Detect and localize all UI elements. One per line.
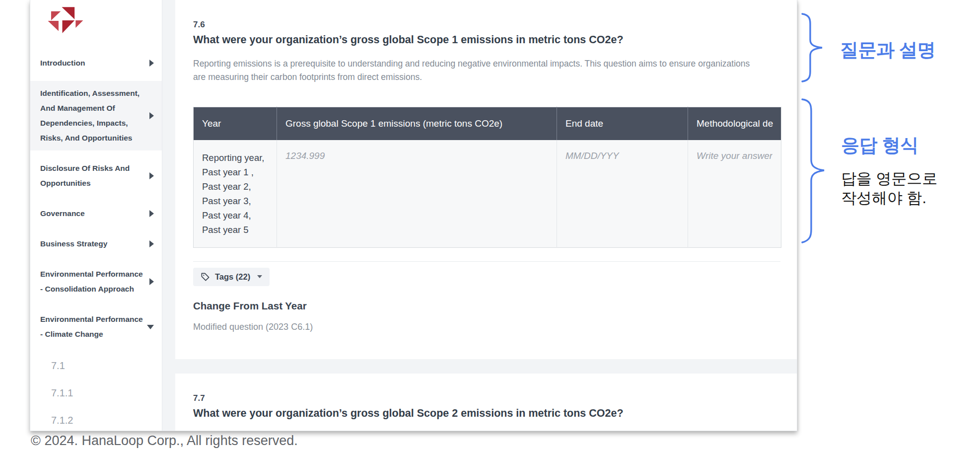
logo-container	[30, 4, 162, 44]
sidebar-item-label: Identification, Assessment, And Manageme…	[40, 86, 144, 146]
sidebar-item-label: Environmental Performance - Consolidatio…	[40, 267, 144, 297]
sidebar-item-introduction[interactable]: Introduction	[30, 51, 162, 75]
emissions-cell	[277, 140, 557, 248]
sidebar-item-label: Environmental Performance - Climate Chan…	[40, 312, 144, 342]
annotation-format-label: 응답 형식	[841, 133, 918, 158]
sidebar-item-governance[interactable]: Governance	[30, 201, 162, 226]
column-header-methodological-details: Methodological de	[688, 107, 781, 140]
sidebar-item-label: Governance	[40, 206, 85, 221]
year-options-list: Reporting year, Past year 1 , Past year …	[202, 150, 268, 237]
caret-down-icon	[257, 275, 262, 278]
tag-icon	[201, 272, 210, 282]
hanaloop-logo	[44, 6, 88, 35]
question-title: What were your organization’s gross glob…	[193, 34, 781, 46]
change-from-last-year-heading: Change From Last Year	[193, 300, 781, 312]
sidebar-nav: Introduction Identification, Assessment,…	[30, 51, 162, 431]
questionnaire-app-screenshot: Introduction Identification, Assessment,…	[30, 0, 797, 431]
chevron-down-icon	[147, 325, 154, 329]
table-row: Reporting year, Past year 1 , Past year …	[194, 140, 781, 248]
methodological-details-input[interactable]	[697, 150, 772, 161]
sidebar: Introduction Identification, Assessment,…	[30, 0, 162, 431]
question-number: 7.7	[193, 393, 781, 403]
sidebar-item-env-climate-change[interactable]: Environmental Performance - Climate Chan…	[30, 307, 162, 347]
card-gap	[175, 359, 797, 374]
main-content: 7.6 What were your organization’s gross …	[162, 0, 797, 431]
chevron-right-icon	[149, 210, 154, 217]
column-header-end-date: End date	[557, 107, 688, 140]
annotation-brace-question	[799, 12, 825, 83]
sidebar-item-label: Business Strategy	[40, 236, 107, 251]
annotation-question-label: 질문과 설명	[840, 38, 935, 63]
end-date-input[interactable]	[565, 150, 679, 161]
annotation-format-note: 답을 영문으로 작성해야 함.	[841, 169, 938, 208]
sidebar-item-disclosure[interactable]: Disclosure Of Risks And Opportunities	[30, 156, 162, 196]
sidebar-subitem-7-1-2[interactable]: 7.1.2	[30, 407, 162, 431]
copyright-text: © 2024. HanaLoop Corp., All rights reser…	[31, 433, 298, 449]
sidebar-item-label: Disclosure Of Risks And Opportunities	[40, 161, 144, 191]
sidebar-subitem-7-1[interactable]: 7.1	[30, 352, 162, 379]
sidebar-item-identification[interactable]: Identification, Assessment, And Manageme…	[30, 81, 162, 150]
sidebar-subitem-7-1-1[interactable]: 7.1.1	[30, 379, 162, 407]
sidebar-item-env-consolidation[interactable]: Environmental Performance - Consolidatio…	[30, 262, 162, 301]
details-cell	[688, 140, 781, 248]
table-header-row: Year Gross global Scope 1 emissions (met…	[194, 107, 781, 140]
end-date-cell	[557, 140, 688, 248]
column-header-year: Year	[194, 107, 277, 140]
annotation-brace-format	[799, 97, 827, 244]
sidebar-item-label: Introduction	[40, 56, 85, 71]
chevron-right-icon	[149, 112, 154, 119]
section-divider	[193, 261, 780, 262]
question-description: Reporting emissions is a prerequisite to…	[193, 57, 764, 84]
chevron-right-icon	[149, 60, 154, 67]
answer-table: Year Gross global Scope 1 emissions (met…	[193, 107, 781, 248]
chevron-right-icon	[149, 240, 154, 247]
year-options-cell[interactable]: Reporting year, Past year 1 , Past year …	[194, 140, 277, 248]
chevron-right-icon	[149, 172, 154, 179]
tags-button-label: Tags (22)	[215, 272, 250, 282]
column-header-emissions: Gross global Scope 1 emissions (metric t…	[277, 107, 557, 140]
change-note: Modified question (2023 C6.1)	[193, 322, 781, 332]
question-card-7-6: 7.6 What were your organization’s gross …	[175, 0, 797, 359]
chevron-right-icon	[149, 278, 154, 285]
emissions-input[interactable]	[285, 150, 548, 161]
sidebar-item-business-strategy[interactable]: Business Strategy	[30, 231, 162, 256]
question-title: What were your organization’s gross glob…	[193, 407, 781, 420]
question-number: 7.6	[193, 20, 781, 30]
tags-button[interactable]: Tags (22)	[193, 268, 270, 286]
question-card-7-7: 7.7 What were your organization’s gross …	[175, 374, 797, 431]
